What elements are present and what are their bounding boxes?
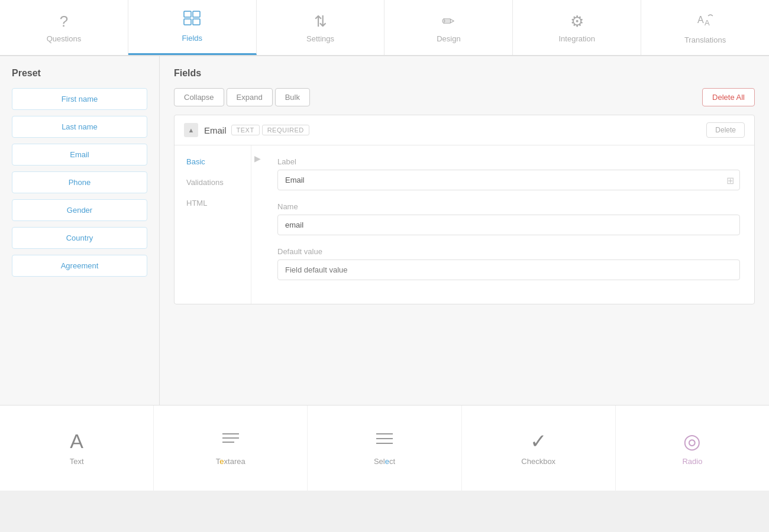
field-nav: Basic Validations HTML ▶ <box>175 145 263 304</box>
add-field-text[interactable]: A Text <box>0 406 154 491</box>
top-nav: ? Questions Fields ⇅ Settings ✏ Design ⚙ <box>0 0 769 56</box>
field-badge-required: REQUIRED <box>262 125 309 135</box>
questions-icon: ? <box>60 12 68 31</box>
field-nav-items: Basic Validations HTML <box>175 145 251 304</box>
form-group-label: Label ⊞ <box>277 157 740 190</box>
label-input-icon: ⊞ <box>726 174 734 186</box>
nav-item-fields[interactable]: Fields <box>128 0 257 55</box>
field-card-header: ▲ Email TEXT REQUIRED Delete <box>175 115 754 145</box>
add-field-textarea[interactable]: Textarea <box>154 406 308 491</box>
name-field-label: Name <box>277 202 740 211</box>
svg-rect-0 <box>184 11 191 17</box>
textarea-type-label: Textarea <box>216 457 245 466</box>
svg-rect-2 <box>193 11 200 17</box>
select-type-icon <box>374 430 395 451</box>
field-card-body: Basic Validations HTML ▶ <box>175 145 754 304</box>
label-input-wrapper: ⊞ <box>277 170 740 190</box>
collapse-button[interactable]: Collapse <box>174 88 224 106</box>
fields-icon <box>183 11 201 30</box>
svg-rect-3 <box>193 19 200 25</box>
name-input[interactable] <box>277 215 740 235</box>
settings-icon: ⇅ <box>314 12 327 31</box>
label-input[interactable] <box>277 170 740 190</box>
checkbox-type-label: Checkbox <box>521 457 555 466</box>
preset-sidebar: Preset First name Last name Email Phone … <box>0 56 160 405</box>
add-field-bar: A Text Textarea Select ✓ Checkbox ◎ Radi… <box>0 405 769 491</box>
nav-label-settings: Settings <box>306 34 334 43</box>
nav-item-questions[interactable]: ? Questions <box>0 0 128 55</box>
field-name-label: Email <box>204 125 227 135</box>
fields-panel: Fields Collapse Expand Bulk Delete All ▲… <box>160 56 769 405</box>
form-group-default: Default value <box>277 247 740 280</box>
field-form: Label ⊞ Name Default value <box>263 145 754 304</box>
radio-type-icon: ◎ <box>683 431 701 451</box>
nav-item-translations[interactable]: A A Translations <box>641 0 769 55</box>
bulk-button[interactable]: Bulk <box>275 88 310 106</box>
expand-button[interactable]: Expand <box>227 88 273 106</box>
svg-text:A: A <box>705 18 710 27</box>
fields-toolbar: Collapse Expand Bulk Delete All <box>174 88 755 106</box>
checkbox-type-icon: ✓ <box>530 431 547 451</box>
default-value-input[interactable] <box>277 259 740 280</box>
label-field-label: Label <box>277 157 740 166</box>
default-value-label: Default value <box>277 247 740 256</box>
preset-btn-email[interactable]: Email <box>12 144 147 166</box>
design-icon: ✏ <box>442 12 455 31</box>
form-group-name: Name <box>277 202 740 235</box>
preset-title: Preset <box>12 68 147 79</box>
text-type-icon: A <box>70 431 83 451</box>
field-card: ▲ Email TEXT REQUIRED Delete Basic Valid… <box>174 115 755 304</box>
field-nav-basic[interactable]: Basic <box>175 151 251 172</box>
svg-text:A: A <box>697 15 704 25</box>
add-field-select[interactable]: Select <box>308 406 461 491</box>
add-field-checkbox[interactable]: ✓ Checkbox <box>462 406 616 491</box>
translations-icon: A A <box>696 11 714 32</box>
field-delete-button[interactable]: Delete <box>706 122 745 138</box>
nav-label-questions: Questions <box>47 34 82 43</box>
select-type-label: Select <box>374 457 395 466</box>
svg-rect-1 <box>184 19 191 25</box>
field-nav-html[interactable]: HTML <box>175 193 251 213</box>
integration-icon: ⚙ <box>570 12 584 31</box>
preset-btn-lastname[interactable]: Last name <box>12 116 147 138</box>
nav-item-settings[interactable]: ⇅ Settings <box>257 0 385 55</box>
radio-type-label: Radio <box>682 457 702 466</box>
preset-btn-phone[interactable]: Phone <box>12 171 147 193</box>
preset-btn-country[interactable]: Country <box>12 227 147 249</box>
preset-btn-agreement[interactable]: Agreement <box>12 255 147 277</box>
nav-arrow-divider: ▶ <box>251 145 263 304</box>
nav-item-design[interactable]: ✏ Design <box>384 0 513 55</box>
textarea-type-icon <box>220 430 241 451</box>
preset-btn-gender[interactable]: Gender <box>12 199 147 221</box>
nav-label-design: Design <box>437 34 460 43</box>
preset-btn-firstname[interactable]: First name <box>12 88 147 110</box>
field-nav-validations[interactable]: Validations <box>175 172 251 193</box>
nav-label-translations: Translations <box>684 35 726 44</box>
add-field-radio[interactable]: ◎ Radio <box>616 406 769 491</box>
nav-label-fields: Fields <box>182 34 202 43</box>
delete-all-button[interactable]: Delete All <box>702 88 755 106</box>
field-toggle-button[interactable]: ▲ <box>184 123 198 137</box>
fields-title: Fields <box>174 68 755 79</box>
nav-label-integration: Integration <box>559 34 595 43</box>
text-type-label: Text <box>70 457 84 466</box>
nav-item-integration[interactable]: ⚙ Integration <box>513 0 641 55</box>
field-badge-type: TEXT <box>231 125 260 135</box>
